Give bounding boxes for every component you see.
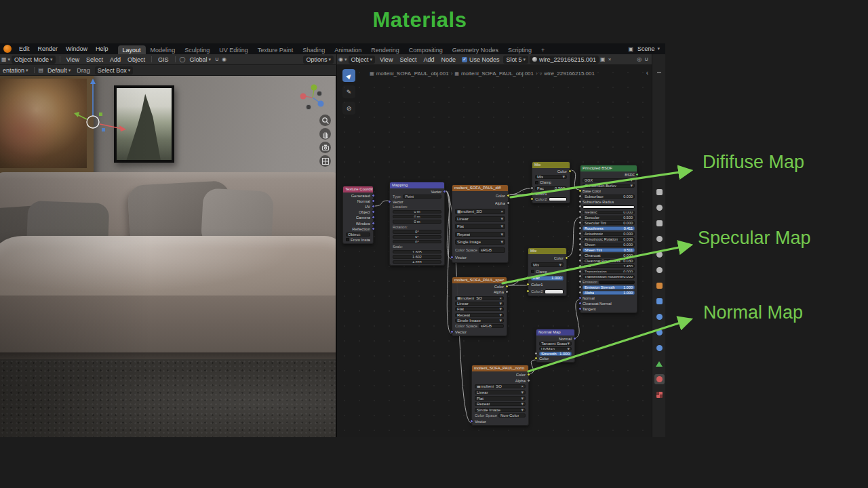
annotation-label-specular: Specular Map	[698, 228, 811, 249]
page-title: Materials	[373, 8, 467, 33]
drag-value: Select Box	[98, 67, 127, 74]
workspace-tab-compositing[interactable]: Compositing	[404, 45, 448, 54]
mode-dropdown[interactable]: Object Mode ▾	[12, 56, 56, 64]
options-dropdown[interactable]: Options ▾	[303, 56, 334, 64]
workspace-tab-scripting[interactable]: Scripting	[503, 45, 536, 54]
chevron-down-icon: ▾	[344, 57, 347, 62]
scene-selector[interactable]: ▣ Scene ▾	[627, 45, 665, 52]
shader-menu-select[interactable]: Select	[396, 56, 420, 63]
zoom-button[interactable]	[319, 115, 331, 126]
properties-tab-physics[interactable]	[654, 327, 665, 338]
unlink-icon[interactable]: ×	[607, 56, 613, 62]
breadcrumb-item[interactable]: wire_229166215.001	[544, 70, 595, 77]
orientation-dropdown[interactable]: Global ▾	[187, 56, 214, 64]
properties-tab-render[interactable]	[654, 203, 665, 213]
scene-icon	[656, 251, 663, 258]
viewport-header: ▦ ▾ Object Mode ▾ ViewSelectAddObject GI…	[0, 54, 336, 65]
scene-name: Scene	[637, 45, 655, 52]
properties-tab-constraints[interactable]	[654, 343, 665, 353]
shader-editor-canvas[interactable]: ▦molteni_SOFA_PAUL_obj.001›▦molteni_SOFA…	[336, 65, 652, 437]
shader-editor-type-icon[interactable]: ◉	[337, 56, 344, 62]
select-box-tool-button[interactable]: ▶	[342, 69, 355, 82]
viewport-menu-select[interactable]: Select	[83, 56, 106, 63]
annotation-label-normal: Normal Map	[703, 302, 803, 323]
menu-edit[interactable]: Edit	[15, 45, 34, 52]
workspace-tab-uv-editing[interactable]: UV Editing	[214, 45, 253, 54]
properties-tab-view-layer[interactable]	[654, 234, 665, 244]
viewport-menu-view[interactable]: View	[63, 56, 83, 63]
workspace-tab-animation[interactable]: Animation	[330, 45, 366, 54]
chevron-down-icon: ▾	[128, 68, 131, 73]
properties-tab-world[interactable]	[654, 265, 665, 275]
pan-button[interactable]	[319, 128, 331, 140]
workspace-tab-layout[interactable]: Layout	[118, 45, 146, 54]
properties-tab-material[interactable]	[654, 374, 665, 384]
properties-tab-texture[interactable]	[654, 390, 665, 400]
workspace-tab-texture-paint[interactable]: Texture Paint	[253, 45, 298, 54]
viewport-vignette	[0, 76, 336, 437]
orientation-partial-dropdown[interactable]: entation ▾	[0, 66, 31, 75]
annotate-tool-button[interactable]: ✎	[342, 85, 355, 98]
hand-icon	[321, 129, 330, 139]
menu-help[interactable]: Help	[92, 45, 113, 52]
properties-tab-output[interactable]	[654, 218, 665, 228]
breadcrumb-separator-icon: ›	[536, 70, 538, 77]
render-icon	[656, 205, 663, 211]
camera-view-button[interactable]	[319, 142, 331, 153]
layer-label: Default	[47, 67, 67, 74]
workspace-tab-sculpting[interactable]: Sculpting	[180, 45, 214, 54]
divider	[34, 67, 35, 73]
workspace-tab-rendering[interactable]: Rendering	[366, 45, 404, 54]
blender-logo-icon[interactable]	[3, 45, 12, 53]
chevron-down-icon: ▾	[523, 57, 526, 62]
menu-bar: EditRenderWindowHelp	[15, 45, 113, 52]
pin-icon[interactable]: ◎	[635, 56, 643, 62]
editor-type-icon[interactable]: ▦	[0, 56, 8, 62]
menu-render[interactable]: Render	[34, 45, 62, 52]
workspace-tab-shading[interactable]: Shading	[298, 45, 330, 54]
checkbox-check-icon: ✓	[462, 57, 467, 62]
viewport-menu-add[interactable]: Add	[106, 56, 124, 63]
gis-menu[interactable]: GIS	[155, 56, 172, 63]
properties-tab-object-data[interactable]	[654, 359, 665, 369]
use-nodes-checkbox[interactable]: ✓ Use Nodes	[459, 56, 502, 63]
snapping-icon[interactable]: ∪	[643, 56, 650, 62]
viewport-menu-object[interactable]: Object	[124, 56, 149, 63]
properties-tab-modifiers[interactable]	[654, 296, 665, 306]
ortho-toggle-button[interactable]	[319, 155, 331, 167]
fake-user-icon[interactable]: ▣	[599, 56, 607, 62]
breadcrumb: ▦molteni_SOFA_PAUL_obj.001›▦molteni_SOFA…	[370, 70, 595, 77]
viewport-canvas[interactable]	[0, 76, 336, 437]
properties-tabs	[652, 187, 666, 400]
pencil-icon: ✎	[347, 89, 352, 96]
properties-tab-object[interactable]	[654, 281, 665, 291]
shader-menu-view[interactable]: View	[376, 56, 396, 63]
snap-magnet-icon[interactable]: ∪	[214, 56, 220, 62]
grip-icon[interactable]	[657, 72, 661, 73]
properties-tab-particles[interactable]	[654, 312, 665, 322]
workspace-tab-geometry-nodes[interactable]: Geometry Nodes	[448, 45, 503, 54]
proportional-edit-icon[interactable]: ◉	[220, 56, 228, 62]
properties-tab-scene[interactable]	[654, 249, 665, 260]
shader-editor-header: ◉ ▾ Object ▾ ViewSelectAddNode ✓ Use Nod…	[336, 54, 652, 65]
layer-dropdown[interactable]: Default ▾	[45, 66, 73, 75]
blender-topbar: EditRenderWindowHelp LayoutModelingSculp…	[0, 43, 665, 54]
shader-menu-node[interactable]: Node	[437, 56, 459, 63]
properties-tab-tool[interactable]	[654, 187, 665, 197]
shader-menu-add[interactable]: Add	[420, 56, 437, 63]
divider	[151, 56, 152, 62]
shader-menus: ViewSelectAddNode	[376, 56, 459, 63]
workspace-tab-item[interactable]: +	[536, 45, 549, 54]
slot-dropdown[interactable]: Slot 5 ▾	[503, 56, 528, 64]
material-selector[interactable]: wire_229166215.001	[530, 56, 599, 64]
drag-mode-dropdown[interactable]: Select Box ▾	[95, 66, 134, 75]
links-cut-tool-button[interactable]: ⊘	[342, 102, 355, 115]
menu-window[interactable]: Window	[62, 45, 92, 52]
breadcrumb-item[interactable]: molteni_SOFA_PAUL_obj.001	[376, 70, 449, 77]
breadcrumb-item[interactable]: molteni_SOFA_PAUL_obj.001	[461, 70, 534, 77]
properties-tab-strip	[652, 54, 665, 437]
collapse-arrow-icon[interactable]: ‹	[646, 69, 648, 77]
material-preview-icon	[532, 57, 537, 62]
workspace-tab-modeling[interactable]: Modeling	[146, 45, 180, 54]
shader-mode-dropdown[interactable]: Object ▾	[349, 56, 376, 64]
